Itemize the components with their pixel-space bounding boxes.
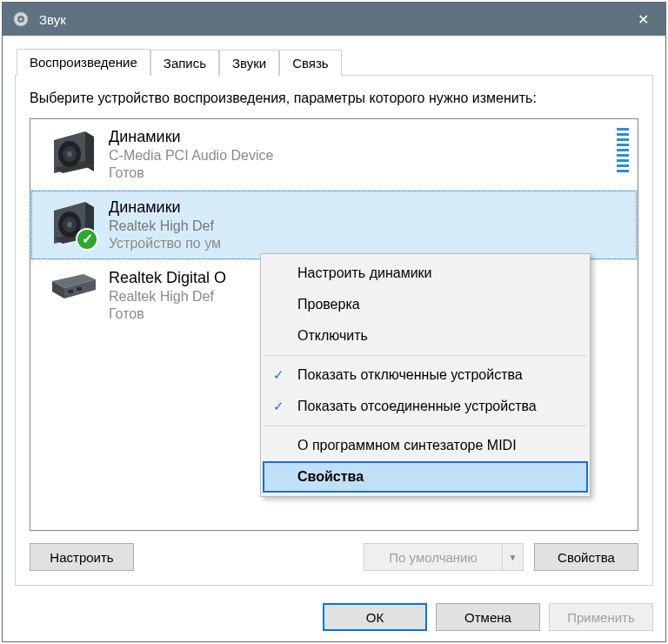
check-icon: ✓ bbox=[273, 399, 284, 414]
close-icon: ✕ bbox=[638, 11, 649, 28]
tab-playback[interactable]: Воспроизведение bbox=[17, 49, 150, 76]
speaker-icon: ✓ bbox=[43, 198, 104, 247]
check-icon: ✓ bbox=[273, 367, 284, 383]
panel-button-row: Настроить По умолчанию ▼ Свойства bbox=[30, 543, 638, 571]
device-row[interactable]: ✓ Динамики Realtek High Def Устройство п… bbox=[30, 190, 638, 260]
svg-point-14 bbox=[67, 221, 72, 227]
set-default-split-button[interactable]: По умолчанию ▼ bbox=[364, 543, 524, 571]
device-name: Динамики bbox=[109, 128, 625, 146]
tab-comm[interactable]: Связь bbox=[279, 50, 341, 76]
properties-button[interactable]: Свойства bbox=[534, 543, 638, 571]
dialog-button-row: ОК Отмена Применить bbox=[3, 594, 665, 641]
close-button[interactable]: ✕ bbox=[620, 3, 665, 36]
titlebar: Звук ✕ bbox=[3, 3, 665, 36]
device-sub: Realtek High Def bbox=[109, 218, 625, 234]
level-meter-icon bbox=[617, 128, 629, 172]
device-row[interactable]: Динамики C-Media PCI Audio Device Готов bbox=[30, 119, 638, 190]
device-status: Готов bbox=[109, 165, 625, 181]
menu-label: Показать отключенные устройства bbox=[297, 367, 523, 383]
menu-test[interactable]: Проверка bbox=[263, 289, 588, 320]
menu-show-disconnected[interactable]: ✓ Показать отсоединенные устройства bbox=[263, 391, 588, 422]
digital-output-icon bbox=[43, 269, 104, 304]
sound-dialog: Звук ✕ Воспроизведение Запись Звуки Связ… bbox=[2, 2, 666, 642]
menu-configure-speakers[interactable]: Настроить динамики bbox=[263, 258, 588, 289]
menu-properties[interactable]: Свойства bbox=[263, 461, 588, 493]
device-sub: C-Media PCI Audio Device bbox=[109, 148, 625, 164]
device-text: Динамики C-Media PCI Audio Device Готов bbox=[104, 128, 625, 181]
menu-show-disabled[interactable]: ✓ Показать отключенные устройства bbox=[263, 359, 588, 391]
default-check-icon: ✓ bbox=[76, 228, 98, 251]
menu-disable[interactable]: Отключить bbox=[263, 320, 588, 352]
svg-rect-19 bbox=[77, 287, 82, 291]
tabstrip: Воспроизведение Запись Звуки Связь bbox=[17, 48, 653, 75]
tab-record[interactable]: Запись bbox=[150, 50, 219, 76]
chevron-down-icon[interactable]: ▼ bbox=[503, 543, 524, 571]
svg-point-2 bbox=[20, 18, 23, 21]
apply-button[interactable]: Применить bbox=[549, 603, 653, 631]
speaker-icon bbox=[43, 128, 104, 177]
device-status: Устройство по ум bbox=[109, 236, 625, 252]
menu-separator bbox=[264, 426, 586, 426]
device-text: Динамики Realtek High Def Устройство по … bbox=[104, 198, 625, 252]
client-area: Воспроизведение Запись Звуки Связь Выбер… bbox=[3, 36, 665, 594]
svg-rect-18 bbox=[68, 290, 73, 293]
window-title: Звук bbox=[39, 12, 620, 27]
ok-button[interactable]: ОК bbox=[323, 603, 427, 631]
svg-point-8 bbox=[67, 151, 72, 157]
menu-about-midi[interactable]: О программном синтезаторе MIDI bbox=[263, 430, 588, 461]
app-icon bbox=[11, 10, 30, 29]
cancel-button[interactable]: Отмена bbox=[436, 603, 540, 631]
tab-sounds[interactable]: Звуки bbox=[219, 50, 279, 76]
set-default-button[interactable]: По умолчанию bbox=[364, 543, 503, 571]
menu-label: Показать отсоединенные устройства bbox=[297, 399, 537, 414]
configure-button[interactable]: Настроить bbox=[30, 543, 134, 571]
menu-separator bbox=[264, 355, 586, 356]
instruction-text: Выберите устройство воспроизведения, пар… bbox=[30, 90, 638, 108]
device-name: Динамики bbox=[109, 198, 625, 217]
device-context-menu: Настроить динамики Проверка Отключить ✓ … bbox=[260, 253, 591, 497]
